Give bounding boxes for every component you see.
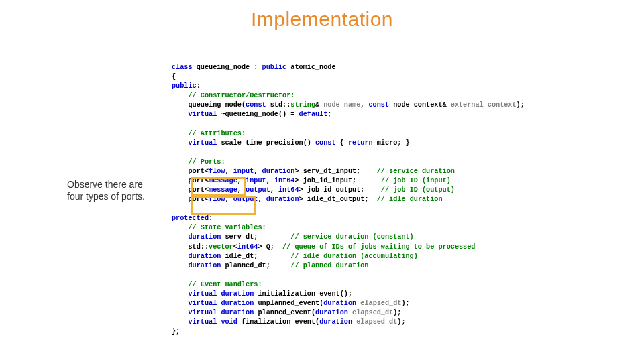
code-kw: virtual <box>188 309 217 316</box>
code-kw: duration <box>266 196 299 203</box>
code-txt: : <box>209 215 213 222</box>
code-txt <box>172 318 188 326</box>
code-txt <box>172 309 188 316</box>
code-txt: , <box>266 177 274 184</box>
code-comment: // queue of IDs of jobs waiting to be pr… <box>282 243 475 251</box>
code-txt: node_context& <box>389 101 451 109</box>
slide-title: Implementation <box>0 0 644 31</box>
code-txt <box>172 253 188 260</box>
code-kw: virtual <box>188 300 217 307</box>
code-kw: duration <box>221 300 254 307</box>
code-txt: port< <box>172 186 209 194</box>
code-txt: atomic_node <box>286 64 335 71</box>
code-kw: public <box>262 64 287 71</box>
code-txt <box>172 281 188 288</box>
code-kw: duration <box>188 262 221 269</box>
code-txt: port< <box>172 177 209 184</box>
code-blank <box>172 205 176 213</box>
code-txt: std:: <box>172 243 209 251</box>
code-txt: & <box>315 101 323 109</box>
code-block: class queueing_node : public atomic_node… <box>172 54 525 362</box>
code-kw: virtual <box>188 111 217 118</box>
code-blank <box>172 272 176 279</box>
code-txt <box>172 233 188 241</box>
code-txt: ); <box>401 300 409 307</box>
code-txt: port< <box>172 168 209 175</box>
code-kw: output <box>233 196 258 203</box>
code-txt: serv_dt; <box>221 233 290 241</box>
code-txt: : <box>197 82 201 90</box>
code-txt <box>172 300 188 307</box>
code-txt: { <box>336 139 348 147</box>
code-txt: planned_event( <box>254 309 315 316</box>
code-kw: default <box>299 111 328 118</box>
code-kw: virtual <box>188 318 217 326</box>
code-kw: flow <box>209 168 225 175</box>
code-comment: // idle duration (accumulating) <box>290 253 418 260</box>
code-comment: // idle duration <box>377 196 443 203</box>
code-kw: message <box>209 186 237 194</box>
code-txt: , <box>225 196 233 203</box>
code-comment: // Ports: <box>188 158 225 166</box>
code-comment: // service duration (constant) <box>290 233 413 241</box>
code-comment: // service duration <box>377 168 455 175</box>
code-comment: // planned duration <box>290 262 368 269</box>
code-comment: // job ID (output) <box>381 186 455 194</box>
code-kw: return <box>348 139 373 147</box>
code-kw: input <box>246 177 266 184</box>
code-kw: duration <box>262 168 295 175</box>
annotation-line-2: four types of ports. <box>67 191 145 202</box>
code-param: node_name <box>323 101 360 109</box>
code-txt: , <box>360 101 368 109</box>
code-kw: virtual <box>188 290 217 298</box>
code-param: elapsed_dt <box>356 318 397 326</box>
code-kw: class <box>172 64 193 71</box>
code-comment: // Event Handlers: <box>188 281 262 288</box>
code-kw: int64 <box>274 177 295 184</box>
code-kw: duration <box>221 309 254 316</box>
code-txt: { <box>172 73 176 80</box>
code-type: string <box>290 101 315 109</box>
code-kw: duration <box>221 290 254 298</box>
code-txt: ); <box>393 309 401 316</box>
code-kw: virtual <box>188 139 217 147</box>
code-txt: planned_dt; <box>221 262 290 269</box>
code-kw: duration <box>319 318 352 326</box>
code-txt: finalization_event( <box>237 318 319 326</box>
code-txt <box>172 139 188 147</box>
code-txt: initialization_event(); <box>254 290 352 298</box>
code-comment: // Attributes: <box>188 130 246 137</box>
code-comment: // Constructor/Destructor: <box>188 92 294 99</box>
code-txt: , <box>258 196 266 203</box>
code-blank <box>172 121 176 128</box>
code-txt: idle_dt; <box>221 253 290 260</box>
code-txt: ; <box>327 111 331 118</box>
annotation-line-1: Observe there are <box>67 179 143 190</box>
annotation-text: Observe there are four types of ports. <box>0 54 172 362</box>
code-kw: void <box>221 318 237 326</box>
code-txt: , <box>237 186 246 194</box>
code-kw: public <box>172 82 197 90</box>
code-txt: ); <box>517 101 525 109</box>
code-txt: port< <box>172 196 209 203</box>
code-kw: input <box>233 168 254 175</box>
code-kw: const <box>315 139 336 147</box>
code-txt: > idle_dt_output; <box>299 196 377 203</box>
code-txt: queueing_node : <box>193 64 262 71</box>
code-txt <box>172 158 188 166</box>
code-param: elapsed_dt <box>352 309 393 316</box>
code-kw: duration <box>188 233 221 241</box>
code-comment: // State Variables: <box>188 224 266 231</box>
code-txt <box>172 224 188 231</box>
code-txt <box>172 130 188 137</box>
code-txt: , <box>237 177 246 184</box>
code-txt: micro; } <box>373 139 410 147</box>
code-txt: > Q; <box>258 243 282 251</box>
code-txt <box>172 290 188 298</box>
code-kw: protected <box>172 215 209 222</box>
code-kw: duration <box>315 309 348 316</box>
code-blank <box>172 149 176 156</box>
code-txt: queueing_node( <box>172 101 246 109</box>
code-kw: message <box>209 177 237 184</box>
code-txt <box>172 111 188 118</box>
